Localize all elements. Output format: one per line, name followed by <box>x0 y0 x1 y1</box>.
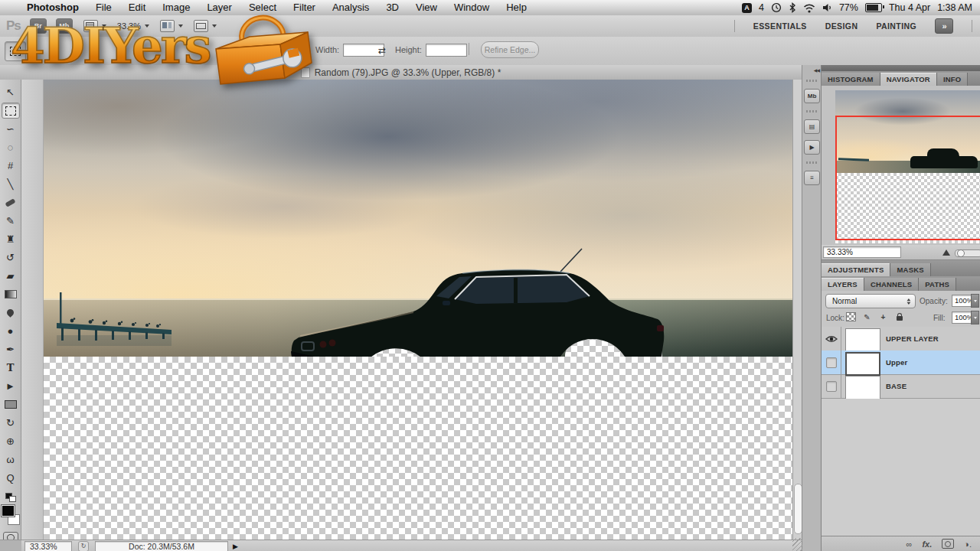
blur-tool[interactable] <box>2 305 20 321</box>
wifi-icon[interactable] <box>803 3 815 13</box>
rectangle-shape-tool[interactable] <box>2 396 20 412</box>
panel-dock-header[interactable] <box>822 65 980 71</box>
visibility-empty-box[interactable] <box>826 381 837 392</box>
blend-mode-select[interactable]: Normal <box>825 294 916 308</box>
crop-tool[interactable]: # <box>2 158 20 174</box>
visibility-cell[interactable] <box>822 327 841 350</box>
workspace-essentials[interactable]: ESSENTIALS <box>753 21 807 31</box>
tab-info[interactable]: INFO <box>937 73 969 86</box>
workspace-painting[interactable]: PAINTING <box>876 21 916 31</box>
status-badge-icon[interactable]: ↻ <box>78 541 89 551</box>
spot-healing-brush-tool[interactable] <box>2 194 20 210</box>
path-selection-tool[interactable]: ► <box>2 378 20 394</box>
workspace-expand-button[interactable]: » <box>935 18 953 34</box>
link-layers-icon[interactable]: ∞ <box>906 537 913 551</box>
navigator-zoom-input[interactable]: 33.33% <box>823 246 901 258</box>
time-machine-icon[interactable] <box>771 2 782 13</box>
height-input[interactable] <box>426 44 467 57</box>
menu-edit[interactable]: Edit <box>120 0 154 15</box>
history-panel-button[interactable]: ▤ <box>804 119 820 134</box>
menu-layer[interactable]: Layer <box>198 0 240 15</box>
menu-help[interactable]: Help <box>498 0 535 15</box>
collapse-panels-icon[interactable]: ◀◀ <box>814 67 819 73</box>
menu-select[interactable]: Select <box>240 0 285 15</box>
rectangular-marquee-tool[interactable] <box>2 103 20 119</box>
status-zoom-input[interactable]: 33.33% <box>24 541 72 551</box>
window-resize-grip[interactable] <box>792 538 802 551</box>
foreground-color-swatch[interactable] <box>2 505 15 517</box>
clone-stamp-tool[interactable]: ♜ <box>2 231 20 247</box>
swap-dimensions-icon[interactable]: ⇄ <box>378 45 386 56</box>
lasso-tool[interactable]: ∽ <box>2 121 20 137</box>
menu-file[interactable]: File <box>87 0 120 15</box>
battery-icon[interactable] <box>865 3 882 12</box>
menu-photoshop[interactable]: Photoshop <box>18 0 87 15</box>
volume-icon[interactable] <box>822 3 832 12</box>
type-tool[interactable]: T <box>2 360 20 376</box>
status-flyout-arrow[interactable]: ▶ <box>233 543 238 550</box>
layer-name[interactable]: BASE <box>886 374 906 398</box>
lock-pixels-icon[interactable]: ✎ <box>862 312 872 321</box>
opacity-dropdown-button[interactable] <box>971 294 979 308</box>
menu-time[interactable]: 1:38 AM <box>937 2 972 13</box>
layer-thumbnail[interactable] <box>845 328 880 352</box>
adjustment-layer-icon[interactable]: ◑. <box>964 537 972 551</box>
menu-filter[interactable]: Filter <box>285 0 324 15</box>
dodge-tool[interactable]: ● <box>2 323 20 339</box>
layer-row-base[interactable]: BASE <box>822 374 980 399</box>
tab-histogram[interactable]: HISTOGRAM <box>822 73 880 86</box>
history-brush-tool[interactable]: ↺ <box>2 249 20 266</box>
layer-row-upper-layer[interactable]: UPPER LAYER <box>822 327 980 351</box>
tab-channels[interactable]: CHANNELS <box>864 278 919 291</box>
refine-edge-button[interactable]: Refine Edge... <box>481 41 539 58</box>
layer-thumbnail[interactable] <box>845 352 880 376</box>
lock-all-icon[interactable] <box>894 312 904 321</box>
zoom-tool[interactable]: Q <box>2 470 20 486</box>
brush-tool[interactable]: ✎ <box>2 213 20 229</box>
tab-masks[interactable]: MASKS <box>890 263 930 276</box>
slider-knob[interactable] <box>957 249 965 257</box>
menu-3d[interactable]: 3D <box>377 0 407 15</box>
quick-selection-tool[interactable]: ◌ <box>2 139 20 155</box>
menu-window[interactable]: Window <box>446 0 498 15</box>
fill-dropdown-button[interactable] <box>971 311 979 324</box>
workspace-design[interactable]: DESIGN <box>825 21 858 31</box>
bluetooth-icon[interactable] <box>789 2 796 13</box>
eraser-tool[interactable]: ▰ <box>2 268 20 284</box>
navigator-thumbnail[interactable] <box>835 90 980 243</box>
lock-transparency-icon[interactable] <box>846 312 856 321</box>
menu-analysis[interactable]: Analysis <box>324 0 377 15</box>
layer-row-upper[interactable]: Upper <box>822 350 980 375</box>
lock-position-icon[interactable]: + <box>878 312 888 321</box>
visibility-cell[interactable] <box>822 350 841 374</box>
layer-name[interactable]: Upper <box>886 350 907 374</box>
tab-layers[interactable]: LAYERS <box>822 278 864 291</box>
menu-view[interactable]: View <box>407 0 446 15</box>
gradient-tool[interactable] <box>2 286 20 302</box>
tab-paths[interactable]: PATHS <box>919 278 956 291</box>
visibility-cell[interactable] <box>822 374 841 398</box>
menu-date[interactable]: Thu 4 Apr <box>889 2 930 13</box>
canvas[interactable] <box>44 80 792 540</box>
navigator-zoom-slider[interactable] <box>955 249 980 257</box>
layer-style-icon[interactable]: fx. <box>922 537 932 551</box>
navigator-view-rectangle[interactable] <box>835 116 980 240</box>
menu-image[interactable]: Image <box>154 0 198 15</box>
layer-mask-icon[interactable] <box>942 539 954 549</box>
layer-list-empty-area[interactable] <box>822 399 980 536</box>
mini-bridge-panel-button[interactable]: Mb <box>804 89 820 103</box>
visibility-empty-box[interactable] <box>826 357 837 368</box>
hand-tool[interactable]: ω <box>2 452 20 468</box>
pen-tool[interactable]: ✒ <box>2 341 20 357</box>
layer-thumbnail[interactable] <box>845 376 880 399</box>
3d-rotate-tool[interactable]: ↻ <box>2 415 20 431</box>
app-switcher-icon[interactable]: A <box>742 3 752 13</box>
layer-name[interactable]: UPPER LAYER <box>886 327 939 350</box>
tab-adjustments[interactable]: ADJUSTMENTS <box>822 263 890 276</box>
eyedropper-tool[interactable]: ╲ <box>2 176 20 192</box>
3d-orbit-tool[interactable]: ⊕ <box>2 433 20 449</box>
tab-navigator[interactable]: NAVIGATOR <box>880 73 937 86</box>
layer-comps-panel-button[interactable]: ≡ <box>804 171 820 185</box>
move-tool[interactable]: ↖ <box>2 84 20 100</box>
actions-play-panel-button[interactable]: ▶ <box>804 140 820 155</box>
